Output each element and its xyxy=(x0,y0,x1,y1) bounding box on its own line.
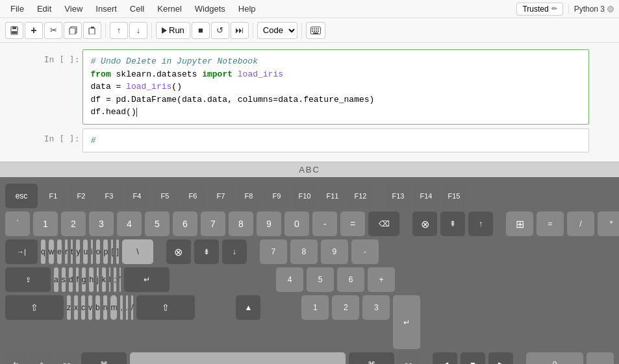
key-m[interactable]: m xyxy=(110,295,117,320)
cell-1-code[interactable]: # Undo Delete in Jupyter Notebook from s… xyxy=(83,50,588,124)
key-q[interactable]: q xyxy=(41,239,45,264)
key-alt-left[interactable]: ⌥ xyxy=(56,352,78,364)
key-numpad-dot[interactable]: . xyxy=(587,352,614,364)
key-page-up[interactable]: ⇞ xyxy=(440,212,465,236)
menu-file[interactable]: File xyxy=(5,3,29,15)
key-numpad-mul[interactable]: * xyxy=(598,212,619,236)
key-slash[interactable]: / xyxy=(131,295,133,320)
key-c[interactable]: c xyxy=(81,295,85,320)
restart-button[interactable]: ↺ xyxy=(211,22,229,39)
key-7[interactable]: 7 xyxy=(201,212,225,236)
menu-cell[interactable]: Cell xyxy=(125,3,149,15)
key-p[interactable]: p xyxy=(103,239,108,264)
key-e[interactable]: e xyxy=(57,239,62,264)
key-quote[interactable]: ' xyxy=(120,267,121,292)
key-capslock[interactable]: ⇪ xyxy=(5,267,51,292)
key-t[interactable]: t xyxy=(71,239,73,264)
key-numpad-6[interactable]: 6 xyxy=(337,267,364,292)
key-l[interactable]: l xyxy=(109,267,111,292)
key-numpad-clear[interactable]: ⊞ xyxy=(506,212,533,236)
key-6[interactable]: 6 xyxy=(173,212,197,236)
run-button[interactable]: Run xyxy=(156,22,190,39)
key-arrow-up-1[interactable]: ↑ xyxy=(468,212,493,236)
key-backslash[interactable]: \ xyxy=(122,239,153,264)
key-r[interactable]: r xyxy=(65,239,68,264)
key-backtick[interactable]: ` xyxy=(5,212,30,236)
menu-widgets[interactable]: Widgets xyxy=(190,3,231,15)
cut-button[interactable]: ✂ xyxy=(44,22,62,39)
key-shift-left[interactable]: ⇧ xyxy=(5,295,64,320)
key-5[interactable]: 5 xyxy=(145,212,170,236)
key-clear[interactable]: ⊗ xyxy=(412,212,437,236)
key-minus[interactable]: - xyxy=(312,212,337,236)
cell-2-code[interactable]: # xyxy=(83,129,588,152)
cell-2-content[interactable]: # xyxy=(82,128,589,153)
key-0[interactable]: 0 xyxy=(284,212,309,236)
menu-insert[interactable]: Insert xyxy=(90,3,122,15)
key-page-down[interactable]: ⇟ xyxy=(194,239,219,264)
key-f11[interactable]: F11 xyxy=(320,184,345,208)
key-numpad-minus[interactable]: - xyxy=(351,239,379,264)
key-cmd-left[interactable]: ⌘ xyxy=(81,352,127,364)
key-esc[interactable]: esc xyxy=(5,184,38,208)
menu-view[interactable]: View xyxy=(59,3,88,15)
key-numpad-plus[interactable]: + xyxy=(368,267,395,292)
move-down-button[interactable]: ↓ xyxy=(129,22,147,39)
key-8[interactable]: 8 xyxy=(229,212,253,236)
key-enter[interactable]: ↵ xyxy=(124,267,170,292)
cell-type-select[interactable]: Code xyxy=(257,22,297,39)
menu-help[interactable]: Help xyxy=(233,3,261,15)
key-s[interactable]: s xyxy=(62,267,66,292)
key-rbracket[interactable]: ] xyxy=(116,239,118,264)
key-f14[interactable]: F14 xyxy=(414,184,438,208)
key-z[interactable]: z xyxy=(67,295,71,320)
key-j[interactable]: j xyxy=(97,267,99,292)
key-f12[interactable]: F12 xyxy=(348,184,373,208)
key-f13[interactable]: F13 xyxy=(386,184,411,208)
key-spacebar[interactable] xyxy=(130,352,346,364)
key-b[interactable]: b xyxy=(95,295,100,320)
key-h[interactable]: h xyxy=(89,267,94,292)
trusted-button[interactable]: Trusted ✏ xyxy=(516,3,562,16)
key-arrow-up-2[interactable]: ▲ xyxy=(236,295,260,320)
key-f3[interactable]: F3 xyxy=(97,184,121,208)
key-f7[interactable]: F7 xyxy=(208,184,233,208)
key-f6[interactable]: F6 xyxy=(181,184,205,208)
key-v[interactable]: v xyxy=(88,295,92,320)
key-d[interactable]: d xyxy=(69,267,73,292)
key-i[interactable]: i xyxy=(91,239,93,264)
key-f8[interactable]: F8 xyxy=(236,184,261,208)
key-fn[interactable]: fn xyxy=(5,352,27,364)
key-o[interactable]: o xyxy=(96,239,101,264)
key-arrow-down-1[interactable]: ↓ xyxy=(222,239,247,264)
key-numpad-0[interactable]: 0 xyxy=(526,352,583,364)
menu-kernel[interactable]: Kernel xyxy=(152,3,187,15)
key-semicolon[interactable]: ; xyxy=(114,267,116,292)
add-cell-button[interactable]: + xyxy=(25,22,43,39)
key-shift-right[interactable]: ⇧ xyxy=(136,295,195,320)
key-3[interactable]: 3 xyxy=(89,212,114,236)
key-4[interactable]: 4 xyxy=(117,212,142,236)
key-x[interactable]: x xyxy=(74,295,78,320)
menu-edit[interactable]: Edit xyxy=(32,3,57,15)
key-f10[interactable]: F10 xyxy=(292,184,317,208)
key-backspace[interactable]: ⌫ xyxy=(368,212,399,236)
key-lbracket[interactable]: [ xyxy=(111,239,113,264)
key-f9[interactable]: F9 xyxy=(264,184,289,208)
paste-button[interactable] xyxy=(83,22,101,39)
keyboard-shortcuts-button[interactable] xyxy=(306,22,325,39)
key-arrow-down-2[interactable]: ▼ xyxy=(461,352,485,364)
key-period[interactable]: . xyxy=(126,295,128,320)
key-numpad-div[interactable]: / xyxy=(567,212,594,236)
key-numpad-8[interactable]: 8 xyxy=(290,239,318,264)
key-w[interactable]: w xyxy=(49,239,55,264)
key-numpad-enter[interactable]: ↵ xyxy=(393,295,420,349)
key-2[interactable]: 2 xyxy=(61,212,86,236)
key-y[interactable]: y xyxy=(76,239,80,264)
key-help[interactable]: ⊗ xyxy=(166,239,191,264)
key-f2[interactable]: F2 xyxy=(69,184,94,208)
key-arrow-right[interactable]: ▶ xyxy=(488,352,513,364)
key-numpad-4[interactable]: 4 xyxy=(276,267,303,292)
key-1[interactable]: 1 xyxy=(33,212,58,236)
key-f4[interactable]: F4 xyxy=(125,184,149,208)
